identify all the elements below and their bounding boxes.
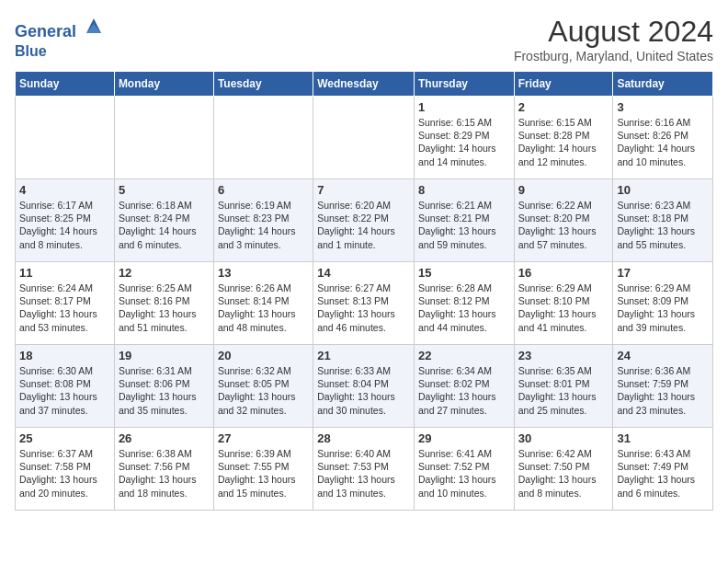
day-number: 22 bbox=[418, 349, 510, 362]
calendar-cell: 2Sunrise: 6:15 AM Sunset: 8:28 PM Daylig… bbox=[514, 97, 613, 179]
calendar-cell: 24Sunrise: 6:36 AM Sunset: 7:59 PM Dayli… bbox=[613, 345, 713, 428]
weekday-header-saturday: Saturday bbox=[613, 72, 713, 97]
day-info: Sunrise: 6:30 AM Sunset: 8:08 PM Dayligh… bbox=[19, 365, 97, 416]
logo-icon bbox=[83, 15, 105, 37]
calendar-cell: 5Sunrise: 6:18 AM Sunset: 8:24 PM Daylig… bbox=[114, 179, 213, 262]
day-info: Sunrise: 6:18 AM Sunset: 8:24 PM Dayligh… bbox=[119, 200, 197, 250]
day-info: Sunrise: 6:39 AM Sunset: 7:55 PM Dayligh… bbox=[218, 448, 296, 499]
page-header: General Blue August 2024 Frostburg, Mary… bbox=[15, 15, 713, 63]
day-number: 1 bbox=[418, 100, 510, 114]
calendar-cell: 12Sunrise: 6:25 AM Sunset: 8:16 PM Dayli… bbox=[114, 262, 213, 345]
logo-line2: Blue bbox=[15, 42, 105, 60]
day-info: Sunrise: 6:43 AM Sunset: 7:49 PM Dayligh… bbox=[617, 448, 695, 499]
day-info: Sunrise: 6:15 AM Sunset: 8:28 PM Dayligh… bbox=[518, 117, 597, 167]
day-info: Sunrise: 6:42 AM Sunset: 7:50 PM Dayligh… bbox=[518, 448, 597, 499]
day-number: 14 bbox=[317, 266, 410, 280]
calendar-cell: 19Sunrise: 6:31 AM Sunset: 8:06 PM Dayli… bbox=[114, 345, 213, 428]
day-info: Sunrise: 6:26 AM Sunset: 8:14 PM Dayligh… bbox=[218, 282, 296, 333]
day-number: 8 bbox=[418, 183, 510, 197]
day-info: Sunrise: 6:19 AM Sunset: 8:23 PM Dayligh… bbox=[218, 200, 296, 250]
day-number: 18 bbox=[19, 349, 110, 362]
day-info: Sunrise: 6:36 AM Sunset: 7:59 PM Dayligh… bbox=[617, 365, 695, 416]
calendar-cell bbox=[114, 97, 213, 179]
day-number: 2 bbox=[518, 100, 609, 114]
day-info: Sunrise: 6:21 AM Sunset: 8:21 PM Dayligh… bbox=[418, 200, 496, 250]
day-number: 7 bbox=[317, 183, 410, 197]
day-info: Sunrise: 6:25 AM Sunset: 8:16 PM Dayligh… bbox=[119, 282, 197, 333]
calendar-cell: 29Sunrise: 6:41 AM Sunset: 7:52 PM Dayli… bbox=[414, 428, 514, 511]
subtitle: Frostburg, Maryland, United States bbox=[514, 49, 713, 63]
day-number: 16 bbox=[518, 266, 609, 280]
calendar-cell: 22Sunrise: 6:34 AM Sunset: 8:02 PM Dayli… bbox=[414, 345, 514, 428]
day-number: 25 bbox=[19, 431, 110, 445]
day-number: 24 bbox=[617, 349, 709, 362]
day-number: 20 bbox=[218, 349, 309, 362]
calendar-cell: 25Sunrise: 6:37 AM Sunset: 7:58 PM Dayli… bbox=[16, 428, 115, 511]
day-number: 29 bbox=[418, 431, 510, 445]
calendar-cell: 23Sunrise: 6:35 AM Sunset: 8:01 PM Dayli… bbox=[514, 345, 613, 428]
calendar-cell bbox=[16, 97, 115, 179]
day-info: Sunrise: 6:33 AM Sunset: 8:04 PM Dayligh… bbox=[317, 365, 395, 416]
calendar-cell: 30Sunrise: 6:42 AM Sunset: 7:50 PM Dayli… bbox=[514, 428, 613, 511]
day-number: 26 bbox=[119, 431, 210, 445]
calendar-cell: 16Sunrise: 6:29 AM Sunset: 8:10 PM Dayli… bbox=[514, 262, 613, 345]
day-number: 9 bbox=[518, 183, 609, 197]
main-title: August 2024 bbox=[514, 15, 713, 49]
day-info: Sunrise: 6:29 AM Sunset: 8:10 PM Dayligh… bbox=[518, 282, 597, 333]
day-number: 23 bbox=[518, 349, 609, 362]
day-info: Sunrise: 6:29 AM Sunset: 8:09 PM Dayligh… bbox=[617, 282, 695, 333]
day-number: 19 bbox=[119, 349, 210, 362]
calendar-cell bbox=[213, 97, 313, 179]
calendar-cell: 28Sunrise: 6:40 AM Sunset: 7:53 PM Dayli… bbox=[313, 428, 415, 511]
day-number: 21 bbox=[317, 349, 410, 362]
day-number: 15 bbox=[418, 266, 510, 280]
day-number: 12 bbox=[119, 266, 210, 280]
calendar-cell: 8Sunrise: 6:21 AM Sunset: 8:21 PM Daylig… bbox=[414, 179, 514, 262]
calendar-cell: 20Sunrise: 6:32 AM Sunset: 8:05 PM Dayli… bbox=[213, 345, 313, 428]
day-number: 27 bbox=[218, 431, 309, 445]
title-block: August 2024 Frostburg, Maryland, United … bbox=[514, 15, 713, 63]
day-info: Sunrise: 6:38 AM Sunset: 7:56 PM Dayligh… bbox=[119, 448, 197, 499]
calendar-week-row: 1Sunrise: 6:15 AM Sunset: 8:29 PM Daylig… bbox=[16, 97, 713, 179]
weekday-header-monday: Monday bbox=[114, 72, 213, 97]
calendar-cell: 14Sunrise: 6:27 AM Sunset: 8:13 PM Dayli… bbox=[313, 262, 415, 345]
calendar-cell: 15Sunrise: 6:28 AM Sunset: 8:12 PM Dayli… bbox=[414, 262, 514, 345]
day-number: 3 bbox=[617, 100, 709, 114]
day-number: 28 bbox=[317, 431, 410, 445]
day-info: Sunrise: 6:31 AM Sunset: 8:06 PM Dayligh… bbox=[119, 365, 197, 416]
calendar-cell: 11Sunrise: 6:24 AM Sunset: 8:17 PM Dayli… bbox=[16, 262, 115, 345]
day-info: Sunrise: 6:15 AM Sunset: 8:29 PM Dayligh… bbox=[418, 117, 496, 167]
day-info: Sunrise: 6:16 AM Sunset: 8:26 PM Dayligh… bbox=[617, 117, 695, 167]
calendar-week-row: 4Sunrise: 6:17 AM Sunset: 8:25 PM Daylig… bbox=[16, 179, 713, 262]
day-info: Sunrise: 6:20 AM Sunset: 8:22 PM Dayligh… bbox=[317, 200, 395, 250]
day-info: Sunrise: 6:37 AM Sunset: 7:58 PM Dayligh… bbox=[19, 448, 97, 499]
calendar-cell: 21Sunrise: 6:33 AM Sunset: 8:04 PM Dayli… bbox=[313, 345, 415, 428]
weekday-header-sunday: Sunday bbox=[16, 72, 115, 97]
day-number: 10 bbox=[617, 183, 709, 197]
calendar-cell: 9Sunrise: 6:22 AM Sunset: 8:20 PM Daylig… bbox=[514, 179, 613, 262]
weekday-header-thursday: Thursday bbox=[414, 72, 514, 97]
calendar-cell: 26Sunrise: 6:38 AM Sunset: 7:56 PM Dayli… bbox=[114, 428, 213, 511]
day-number: 5 bbox=[119, 183, 210, 197]
calendar-table: SundayMondayTuesdayWednesdayThursdayFrid… bbox=[15, 71, 713, 511]
day-info: Sunrise: 6:17 AM Sunset: 8:25 PM Dayligh… bbox=[19, 200, 97, 250]
day-info: Sunrise: 6:27 AM Sunset: 8:13 PM Dayligh… bbox=[317, 282, 395, 333]
day-info: Sunrise: 6:35 AM Sunset: 8:01 PM Dayligh… bbox=[518, 365, 597, 416]
day-info: Sunrise: 6:34 AM Sunset: 8:02 PM Dayligh… bbox=[418, 365, 496, 416]
day-info: Sunrise: 6:22 AM Sunset: 8:20 PM Dayligh… bbox=[518, 200, 597, 250]
calendar-cell: 7Sunrise: 6:20 AM Sunset: 8:22 PM Daylig… bbox=[313, 179, 415, 262]
logo: General Blue bbox=[15, 15, 105, 60]
calendar-cell: 17Sunrise: 6:29 AM Sunset: 8:09 PM Dayli… bbox=[613, 262, 713, 345]
calendar-cell: 4Sunrise: 6:17 AM Sunset: 8:25 PM Daylig… bbox=[16, 179, 115, 262]
calendar-cell: 6Sunrise: 6:19 AM Sunset: 8:23 PM Daylig… bbox=[213, 179, 313, 262]
day-number: 17 bbox=[617, 266, 709, 280]
calendar-cell: 1Sunrise: 6:15 AM Sunset: 8:29 PM Daylig… bbox=[414, 97, 514, 179]
day-number: 11 bbox=[19, 266, 110, 280]
calendar-cell bbox=[313, 97, 415, 179]
day-info: Sunrise: 6:28 AM Sunset: 8:12 PM Dayligh… bbox=[418, 282, 496, 333]
calendar-week-row: 11Sunrise: 6:24 AM Sunset: 8:17 PM Dayli… bbox=[16, 262, 713, 345]
weekday-header-wednesday: Wednesday bbox=[313, 72, 415, 97]
weekday-header-friday: Friday bbox=[514, 72, 613, 97]
day-info: Sunrise: 6:32 AM Sunset: 8:05 PM Dayligh… bbox=[218, 365, 296, 416]
calendar-cell: 27Sunrise: 6:39 AM Sunset: 7:55 PM Dayli… bbox=[213, 428, 313, 511]
